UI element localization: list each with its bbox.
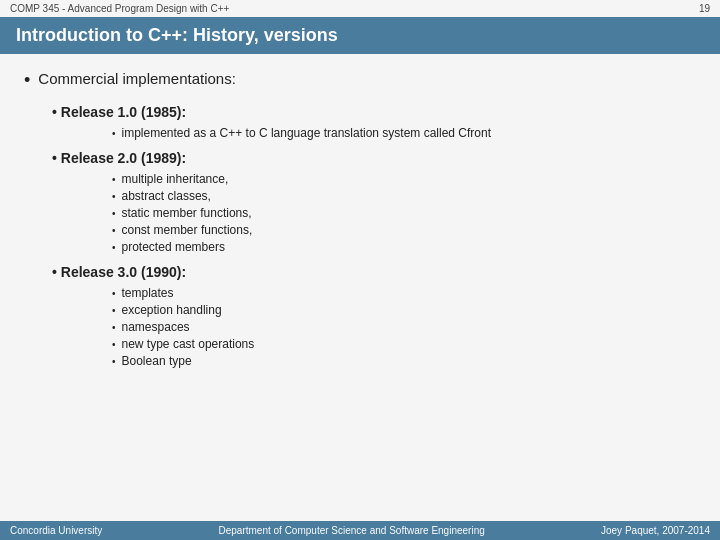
release-3-item-0: • templates [112,286,696,300]
release-3-item-4: • Boolean type [112,354,696,368]
footer-center: Department of Computer Science and Softw… [219,525,485,536]
slide-footer: Concordia University Department of Compu… [0,521,720,540]
release-3-item-3: • new type cast operations [112,337,696,351]
release-3-section: • Release 3.0 (1990): • templates • exce… [52,264,696,368]
release-1-item-0: • implemented as a C++ to C language tra… [112,126,696,140]
release-2-item-3: • const member functions, [112,223,696,237]
item-dot: • [112,208,116,219]
release-1-heading: • Release 1.0 (1985): [52,104,696,120]
release-2-item-2: • static member functions, [112,206,696,220]
release-2-item-4: • protected members [112,240,696,254]
main-bullet: • Commercial implementations: [24,70,696,92]
item-dot: • [112,225,116,236]
slide-title: Introduction to C++: History, versions [16,25,338,45]
slide-content: • Commercial implementations: • Release … [0,54,720,394]
release-2-item-0: • multiple inheritance, [112,172,696,186]
release-3-heading: • Release 3.0 (1990): [52,264,696,280]
release-3-item-1: • exception handling [112,303,696,317]
release-2-heading: • Release 2.0 (1989): [52,150,696,166]
item-dot: • [112,242,116,253]
slide-number: 19 [699,3,710,14]
item-dot: • [112,339,116,350]
course-title: COMP 345 - Advanced Program Design with … [10,3,229,14]
item-dot: • [112,305,116,316]
release-3-items: • templates • exception handling • names… [96,286,696,368]
item-dot: • [112,356,116,367]
footer-left: Concordia University [10,525,102,536]
item-dot: • [112,288,116,299]
release-2-items: • multiple inheritance, • abstract class… [96,172,696,254]
footer-right: Joey Paquet, 2007-2014 [601,525,710,536]
release-1-items: • implemented as a C++ to C language tra… [96,126,696,140]
release-1-section: • Release 1.0 (1985): • implemented as a… [52,104,696,140]
item-dot: • [112,174,116,185]
release-2-item-1: • abstract classes, [112,189,696,203]
release-3-item-2: • namespaces [112,320,696,334]
item-dot: • [112,128,116,139]
bullet-dot: • [24,70,30,92]
item-dot: • [112,191,116,202]
release-2-section: • Release 2.0 (1989): • multiple inherit… [52,150,696,254]
top-bar: COMP 345 - Advanced Program Design with … [0,0,720,17]
slide-header: Introduction to C++: History, versions [0,17,720,54]
item-dot: • [112,322,116,333]
main-label: Commercial implementations: [38,70,236,87]
